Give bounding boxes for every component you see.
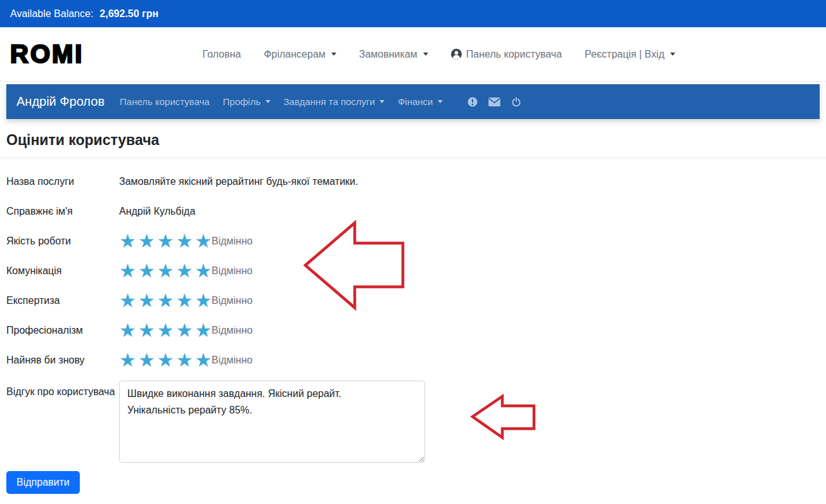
exclamation-circle-icon[interactable]: [467, 97, 478, 107]
review-row: Відгук про користувача Швидке виконання …: [6, 381, 820, 463]
nav-clients-dropdown[interactable]: Замовникам: [359, 49, 428, 60]
review-textarea[interactable]: Швидке виконання завдання. Якісний рерай…: [119, 381, 425, 463]
usernav-icon-group: [467, 97, 521, 107]
real-name-row: Справжнє ім'я Андрій Кульбіда: [6, 196, 820, 226]
usernav-panel[interactable]: Панель користувача: [120, 96, 210, 107]
rating-label: Комунікація: [6, 265, 119, 277]
chevron-down-icon: [265, 100, 270, 103]
rating-label: Експертиза: [6, 295, 119, 306]
nav-freelancers-dropdown[interactable]: Фрілансерам: [264, 49, 336, 60]
balance-label: Available Balance:: [10, 8, 93, 20]
divider: [0, 158, 826, 158]
person-circle-icon: [451, 49, 462, 60]
nav-register-login-dropdown[interactable]: Реєстрація | Вхід: [585, 49, 675, 60]
chevron-down-icon: [670, 53, 675, 56]
review-label: Відгук про користувача: [6, 381, 119, 398]
rating-text: Відмінно: [212, 355, 253, 366]
chevron-down-icon: [379, 100, 384, 103]
rating-row-hire-again: Найняв би знову ★★★★★ Відмінно: [6, 345, 820, 375]
star-rating[interactable]: ★★★★★: [119, 351, 203, 370]
rating-text: Відмінно: [212, 265, 253, 277]
user-navbar: Андрій Фролов Панель користувача Профіль…: [6, 84, 820, 119]
main-nav: Головна Фрілансерам Замовникам Панель ко…: [203, 49, 675, 60]
nav-home[interactable]: Головна: [203, 49, 241, 60]
rating-row-quality: Якість роботи ★★★★★ Відмінно: [6, 226, 820, 256]
rating-row-expertise: Експертиза ★★★★★ Відмінно: [6, 286, 820, 315]
main-content: Оцінити користувача Назва послуги Замовл…: [0, 132, 826, 494]
star-rating[interactable]: ★★★★★: [119, 232, 203, 251]
real-name-value: Андрій Кульбіда: [119, 206, 195, 217]
star-rating[interactable]: ★★★★★: [119, 291, 203, 310]
chevron-down-icon: [331, 53, 336, 56]
site-header: ROMI Головна Фрілансерам Замовникам Пане…: [0, 27, 826, 82]
service-name-row: Назва послуги Замовляйте якісний рерайти…: [6, 167, 820, 196]
submit-button[interactable]: Відправити: [6, 471, 80, 494]
romi-logo[interactable]: ROMI: [10, 40, 84, 68]
envelope-icon[interactable]: [488, 98, 500, 106]
usernav-finance-dropdown[interactable]: Фінанси: [398, 96, 443, 107]
service-name-label: Назва послуги: [6, 176, 119, 187]
usernav-profile-dropdown[interactable]: Профіль: [223, 96, 270, 107]
power-icon[interactable]: [511, 97, 521, 107]
nav-user-panel[interactable]: Панель користувача: [451, 49, 562, 60]
real-name-label: Справжнє ім'я: [6, 206, 119, 217]
service-name-value: Замовляйте якісний рерайтинг будь-якої т…: [119, 176, 358, 187]
chevron-down-icon: [438, 100, 443, 103]
user-nav-links: Панель користувача Профіль Завдання та п…: [120, 96, 521, 107]
rating-label: Найняв би знову: [6, 355, 119, 366]
rate-user-form: Назва послуги Замовляйте якісний рерайти…: [6, 167, 820, 494]
usernav-tasks-dropdown[interactable]: Завдання та послуги: [284, 96, 384, 107]
rating-text: Відмінно: [212, 325, 253, 336]
rating-text: Відмінно: [212, 236, 253, 247]
user-name-brand[interactable]: Андрій Фролов: [16, 94, 105, 109]
star-rating[interactable]: ★★★★★: [119, 261, 203, 280]
rating-label: Професіоналізм: [6, 325, 119, 336]
rating-label: Якість роботи: [6, 236, 119, 247]
rating-text: Відмінно: [212, 295, 253, 306]
star-rating[interactable]: ★★★★★: [119, 321, 203, 340]
rating-row-communication: Комунікація ★★★★★ Відмінно: [6, 256, 820, 286]
rating-row-professionalism: Професіоналізм ★★★★★ Відмінно: [6, 315, 820, 345]
chevron-down-icon: [423, 53, 428, 56]
balance-bar: Available Balance: 2,692.50 грн: [0, 0, 826, 27]
balance-amount: 2,692.50 грн: [99, 8, 158, 20]
page-title: Оцінити користувача: [6, 132, 820, 149]
